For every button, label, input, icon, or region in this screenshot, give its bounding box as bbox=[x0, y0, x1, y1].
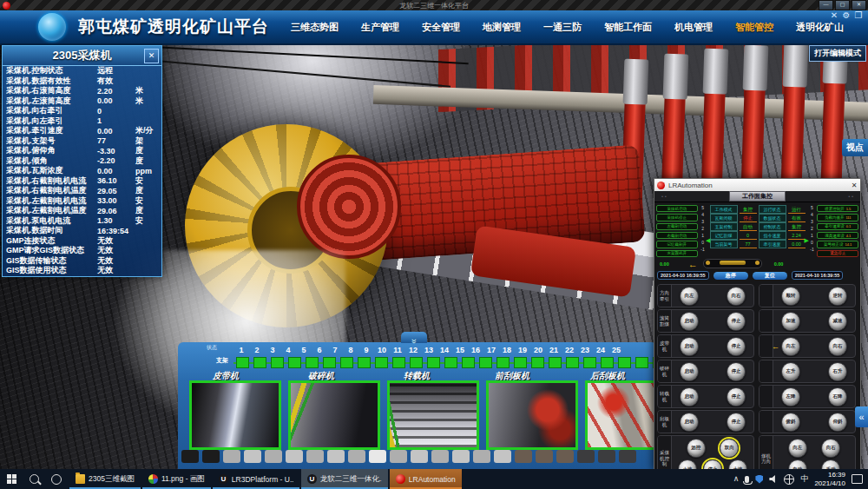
filmstrip-cell[interactable] bbox=[348, 450, 365, 463]
filmstrip-cell[interactable] bbox=[202, 450, 220, 463]
start-button[interactable] bbox=[0, 469, 23, 489]
reset-button[interactable]: 复位 bbox=[753, 272, 787, 280]
viewpoint-tab[interactable]: 视点 bbox=[842, 139, 868, 156]
control-button-启动[interactable]: 启动 bbox=[680, 362, 699, 381]
filmstrip-cell[interactable] bbox=[223, 450, 240, 463]
control-button-减速[interactable]: 减速 bbox=[828, 312, 847, 331]
filmstrip-cell[interactable] bbox=[473, 450, 490, 463]
filmstrip-cell[interactable] bbox=[494, 450, 511, 463]
control-button-停止[interactable]: 停止 bbox=[727, 337, 746, 356]
collapse-side-tab[interactable]: « bbox=[855, 406, 868, 427]
estop-button[interactable]: 急停 bbox=[713, 272, 748, 280]
filmstrip-cell[interactable] bbox=[286, 450, 303, 463]
minimize-button[interactable]: — bbox=[819, 0, 833, 10]
search-icon[interactable] bbox=[23, 469, 45, 489]
control-button-逆转[interactable]: 逆转 bbox=[828, 287, 847, 306]
filmstrip-cell[interactable] bbox=[244, 450, 261, 463]
camera-thumbnail-皮带机[interactable] bbox=[189, 380, 281, 450]
filmstrip-cell[interactable] bbox=[306, 450, 324, 463]
control-button-停止[interactable]: 停止 bbox=[727, 413, 746, 432]
microphone-icon[interactable] bbox=[745, 476, 749, 483]
control-button-停止[interactable]: 停止 bbox=[727, 312, 746, 331]
tools-icon[interactable]: ✕ bbox=[828, 10, 840, 20]
maximize-button[interactable]: ▢ bbox=[835, 0, 850, 10]
taskbar-item-11.png - 画图[interactable]: 11.png - 画图 bbox=[142, 469, 211, 489]
lr-function-button[interactable]: 采煤机启动 bbox=[656, 205, 698, 212]
close-button[interactable]: ✕ bbox=[852, 0, 866, 10]
control-button-停止[interactable]: 停止 bbox=[727, 362, 746, 381]
control-button-右降[interactable]: 右降 bbox=[828, 387, 847, 406]
taskbar-item-龙软二三维一体化...[interactable]: U龙软二三维一体化... bbox=[301, 469, 388, 489]
control-button-远控[interactable]: 远控 bbox=[687, 439, 706, 458]
edit-mode-button[interactable]: 打开编辑模式 bbox=[809, 45, 866, 62]
nav-item-安全管理[interactable]: 安全管理 bbox=[411, 21, 471, 34]
nav-item-机电管理[interactable]: 机电管理 bbox=[663, 21, 724, 34]
nav-item-透明化矿山[interactable]: 透明化矿山 bbox=[785, 21, 855, 34]
cortana-icon[interactable] bbox=[45, 469, 68, 489]
nav-item-地测管理[interactable]: 地测管理 bbox=[471, 21, 532, 34]
speaker-icon[interactable] bbox=[769, 475, 778, 483]
camera-thumbnail-破碎机[interactable] bbox=[288, 380, 380, 450]
clock[interactable]: 16:39 2021/4/10 bbox=[814, 471, 845, 488]
panel-close-icon[interactable]: ✕ bbox=[144, 49, 159, 63]
panel-collapse-chevron[interactable]: « bbox=[401, 332, 427, 343]
control-button-左升[interactable]: 左升 bbox=[781, 362, 800, 381]
control-button-加速[interactable]: 加速 bbox=[781, 312, 800, 331]
filmstrip-cell[interactable] bbox=[411, 450, 428, 463]
network-icon[interactable] bbox=[784, 474, 794, 485]
nav-item-生产管理[interactable]: 生产管理 bbox=[350, 21, 411, 34]
nav-item-智能工作面[interactable]: 智能工作面 bbox=[593, 21, 663, 34]
control-button-顺转[interactable]: 顺转 bbox=[781, 287, 800, 306]
gear-icon[interactable]: ⚙ bbox=[840, 10, 852, 20]
filmstrip-cell[interactable] bbox=[327, 450, 345, 463]
filmstrip-cell[interactable] bbox=[431, 450, 449, 463]
tray-chevron-icon[interactable]: ∧ bbox=[733, 469, 740, 489]
control-button-双向[interactable]: 双向 bbox=[720, 439, 739, 458]
control-button-向左[interactable]: 向左 bbox=[788, 439, 807, 458]
camera-thumbnail-前刮板机[interactable] bbox=[486, 380, 578, 450]
control-button-俯斜[interactable]: 俯斜 bbox=[781, 413, 800, 432]
filmstrip-cell[interactable] bbox=[181, 450, 199, 463]
camera-thumbnail-转载机[interactable] bbox=[387, 380, 479, 450]
filmstrip-cell[interactable] bbox=[556, 450, 574, 463]
control-button-仰斜[interactable]: 仰斜 bbox=[828, 413, 847, 432]
control-button-启动[interactable]: 启动 bbox=[680, 312, 699, 331]
filmstrip-cell[interactable] bbox=[619, 450, 636, 463]
control-button-右升[interactable]: 右升 bbox=[828, 362, 847, 381]
filmstrip-cell[interactable] bbox=[390, 450, 407, 463]
control-button-向左[interactable]: 向左 bbox=[781, 337, 800, 356]
lr-function-button[interactable]: 架号校正设14.1 bbox=[817, 241, 858, 248]
lr-function-button[interactable]: 调高速度设4.1 bbox=[817, 232, 858, 239]
lr-function-button[interactable]: 支架跟机开 bbox=[656, 250, 698, 257]
filmstrip-cell[interactable] bbox=[515, 450, 532, 463]
control-button-启动[interactable]: 启动 bbox=[680, 387, 699, 406]
filmstrip-cell[interactable] bbox=[369, 450, 386, 463]
control-button-向左[interactable]: 向左 bbox=[680, 287, 699, 306]
workface-control-tab[interactable]: 工作面集控 bbox=[729, 191, 786, 202]
filmstrip-cell[interactable] bbox=[536, 450, 553, 463]
camera-thumbnail-后刮板机[interactable] bbox=[585, 380, 657, 450]
control-button-启动[interactable]: 启动 bbox=[680, 413, 699, 432]
ime-icon[interactable]: 中 bbox=[800, 469, 808, 489]
filmstrip-cell[interactable] bbox=[598, 450, 615, 463]
nav-item-三维态势图[interactable]: 三维态势图 bbox=[279, 21, 350, 34]
traction-slider[interactable] bbox=[703, 259, 762, 268]
lr-function-button[interactable]: 喷雾控制开1.5 bbox=[817, 205, 858, 212]
filmstrip-cell[interactable] bbox=[577, 450, 595, 463]
lr-function-button[interactable]: 牵引速度设0.1 bbox=[817, 223, 858, 230]
lr-function-button[interactable]: 记忆截割开 bbox=[656, 241, 698, 248]
taskbar-item-LRAutomation[interactable]: LRAutomation bbox=[390, 469, 462, 489]
lr-function-button[interactable]: 左截割启动 bbox=[656, 223, 698, 230]
lr-emergency-stop-button[interactable]: 紧急停止 bbox=[817, 250, 858, 257]
control-button-向右[interactable]: 向右 bbox=[821, 439, 840, 458]
control-button-向右[interactable]: 向右 bbox=[727, 287, 746, 306]
taskbar-item-LR3DPlatform - U...[interactable]: ULR3DPlatform - U... bbox=[213, 469, 299, 489]
notification-icon[interactable] bbox=[852, 474, 863, 484]
control-button-启动[interactable]: 启动 bbox=[680, 337, 699, 356]
control-button-向右[interactable]: 向右 bbox=[828, 337, 847, 356]
restore-icon[interactable]: ❐ bbox=[852, 10, 865, 20]
lr-function-button[interactable]: 右截割启动 bbox=[656, 232, 698, 239]
lr-function-button[interactable]: 负载均衡开111 bbox=[817, 214, 858, 221]
lr-function-button[interactable]: 采煤机停止 bbox=[656, 214, 698, 221]
taskbar-item-2305三维截图[interactable]: 2305三维截图 bbox=[69, 469, 141, 489]
